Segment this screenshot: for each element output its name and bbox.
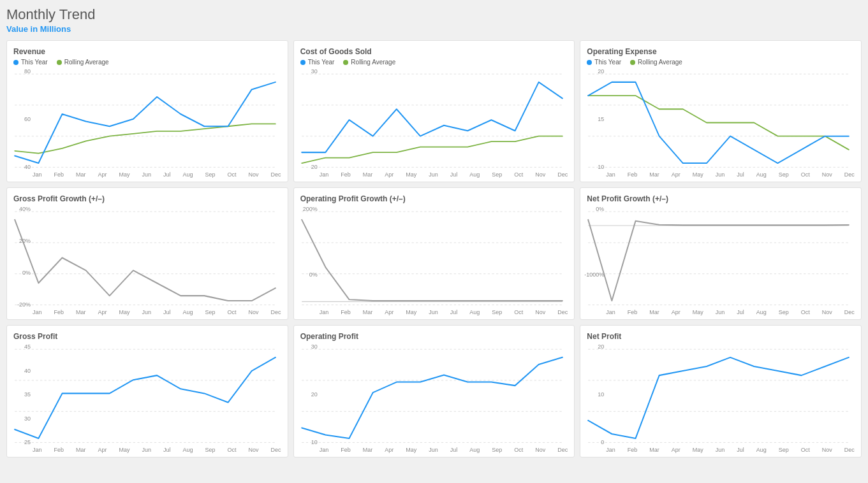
legend-label: Rolling Average — [638, 59, 682, 66]
x-axis-label: Mar — [649, 309, 659, 315]
x-axis-label: Apr — [672, 447, 680, 453]
y-axis-label: 200% — [303, 206, 318, 212]
x-axis-label: Jun — [716, 171, 725, 178]
x-axis-label: Jul — [737, 171, 744, 178]
chart-card-gross-profit: Gross Profit4540353025JanFebMarAprMayJun… — [6, 325, 288, 458]
x-axis-label: Oct — [514, 447, 523, 453]
legend-item: Rolling Average — [57, 59, 109, 66]
x-axis-label: Dec — [844, 171, 855, 178]
chart-title-gross-profit: Gross Profit — [13, 332, 281, 341]
chart-card-revenue: RevenueThis YearRolling Average806040Jan… — [6, 40, 288, 182]
chart-svg-op-profit-growth — [300, 206, 568, 308]
x-axis-label: Mar — [76, 171, 86, 178]
legend-label: This Year — [21, 59, 48, 66]
chart-title-net-profit: Net Profit — [587, 332, 855, 341]
y-axis-label: 10 — [598, 391, 604, 398]
y-axis-label: 20 — [311, 164, 318, 170]
y-axis-label: 10 — [598, 164, 604, 170]
x-axis-label: Nov — [535, 309, 545, 315]
y-axis-label: 40% — [19, 206, 31, 212]
legend-dot — [587, 60, 592, 65]
y-axis-op-profit-growth: 200%0% — [300, 206, 320, 308]
x-axis-label: Sep — [205, 171, 215, 178]
x-axis-label: Sep — [779, 447, 789, 453]
chart-card-cogs: Cost of Goods SoldThis YearRolling Avera… — [293, 40, 575, 182]
chart-area-net-profit-growth: 0%-1000% — [587, 206, 855, 308]
y-axis-label: 30 — [311, 68, 318, 75]
x-axis-label: Sep — [779, 309, 789, 315]
chart-title-cogs: Cost of Goods Sold — [300, 47, 568, 56]
x-axis-label: Aug — [182, 171, 193, 178]
x-axis-label: Jan — [606, 309, 615, 315]
x-axis-label: May — [693, 171, 703, 178]
x-axis-op-profit: JanFebMarAprMayJunJulAugSepOctNovDec — [300, 445, 568, 453]
page-title: Monthly Trend — [6, 6, 862, 23]
x-axis-label: Aug — [469, 447, 480, 453]
x-axis-label: Nov — [822, 309, 832, 315]
chart-legend-cogs: This YearRolling Average — [300, 59, 568, 66]
legend-dot — [13, 60, 18, 65]
y-axis-label: 0% — [22, 270, 31, 276]
chart-card-op-profit: Operating Profit302010JanFebMarAprMayJun… — [293, 325, 575, 458]
x-axis-label: Feb — [341, 309, 351, 315]
x-axis-label: Jul — [450, 447, 458, 453]
y-axis-cogs: 3020 — [300, 68, 320, 170]
y-axis-label: 80 — [24, 68, 31, 75]
x-axis-label: Sep — [492, 447, 502, 453]
x-axis-label: Nov — [248, 171, 258, 178]
legend-label: Rolling Average — [351, 59, 395, 66]
chart-svg-gross-profit-growth — [13, 206, 281, 308]
x-axis-label: Dec — [557, 309, 568, 315]
y-axis-label: 40 — [24, 368, 31, 374]
legend-item: This Year — [13, 59, 48, 66]
x-axis-label: Jan — [33, 171, 42, 178]
x-axis-label: Jan — [33, 447, 42, 453]
x-axis-label: Dec — [844, 309, 855, 315]
x-axis-label: Jul — [450, 309, 458, 315]
x-axis-label: Jan — [320, 447, 329, 453]
x-axis-label: Nov — [822, 447, 832, 453]
x-axis-cogs: JanFebMarAprMayJunJulAugSepOctNovDec — [300, 170, 568, 178]
x-axis-label: May — [119, 447, 129, 453]
x-axis-label: Sep — [779, 171, 789, 178]
legend-dot — [343, 60, 348, 65]
x-axis-label: May — [406, 309, 416, 315]
chart-svg-opex — [587, 68, 855, 170]
x-axis-label: Dec — [270, 171, 281, 178]
y-axis-label: 0% — [309, 271, 318, 278]
x-axis-label: Apr — [98, 309, 107, 315]
chart-area-opex: 201510 — [587, 68, 855, 170]
x-axis-label: Dec — [557, 171, 568, 178]
y-axis-label: -20% — [17, 301, 31, 308]
y-axis-op-profit: 302010 — [300, 343, 320, 445]
x-axis-label: Mar — [76, 447, 86, 453]
charts-grid: RevenueThis YearRolling Average806040Jan… — [6, 40, 862, 458]
x-axis-label: Aug — [756, 309, 767, 315]
x-axis-label: Jul — [163, 447, 171, 453]
legend-item: Rolling Average — [343, 59, 395, 66]
legend-label: This Year — [594, 59, 621, 66]
legend-label: Rolling Average — [64, 59, 109, 66]
x-axis-label: Feb — [628, 447, 638, 453]
x-axis-label: Apr — [672, 171, 680, 178]
legend-item: Rolling Average — [630, 59, 682, 66]
y-axis-label: 0% — [596, 206, 604, 212]
page-subtitle: Value in Millions — [6, 24, 862, 34]
y-axis-net-profit-growth: 0%-1000% — [587, 206, 606, 308]
x-axis-label: Dec — [270, 309, 281, 315]
y-axis-label: 20% — [19, 238, 31, 244]
y-axis-gross-profit-growth: 40%20%0%-20% — [13, 206, 33, 308]
y-axis-label: 40 — [24, 164, 31, 170]
y-axis-label: 30 — [24, 415, 31, 422]
chart-svg-cogs — [300, 68, 568, 170]
y-axis-label: 20 — [598, 68, 604, 75]
x-axis-label: Dec — [270, 447, 281, 453]
x-axis-label: Jun — [142, 171, 151, 178]
x-axis-gross-profit-growth: JanFebMarAprMayJunJulAugSepOctNovDec — [13, 308, 281, 315]
y-axis-label: 25 — [24, 439, 31, 445]
x-axis-label: Feb — [628, 171, 638, 178]
x-axis-label: Jun — [716, 447, 725, 453]
x-axis-label: Jan — [320, 171, 329, 178]
x-axis-label: Nov — [535, 171, 545, 178]
legend-label: This Year — [308, 59, 335, 66]
